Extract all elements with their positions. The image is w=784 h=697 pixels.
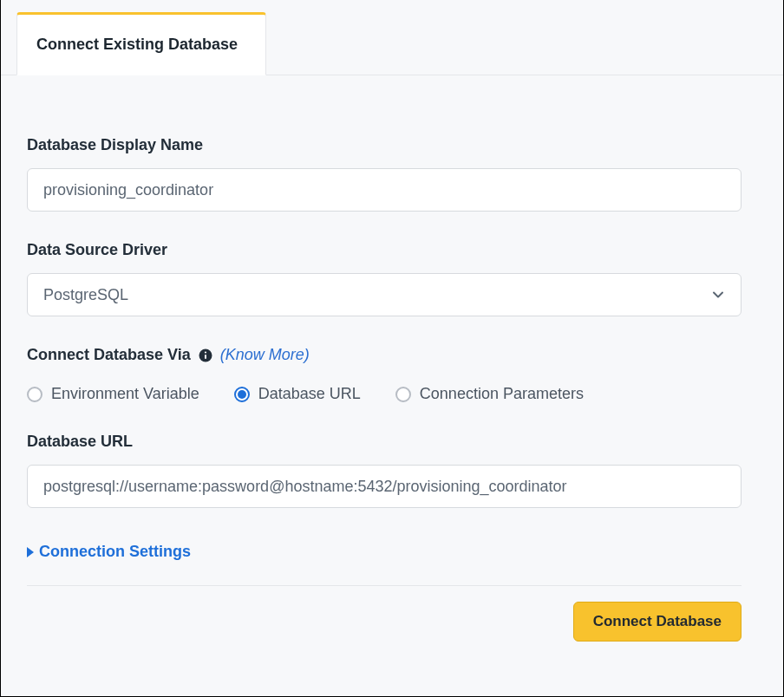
form-content: Database Display Name Data Source Driver… <box>1 75 783 642</box>
collapse-label: Connection Settings <box>39 543 191 561</box>
radio-label: Environment Variable <box>51 385 199 403</box>
database-url-label: Database URL <box>27 433 757 451</box>
svg-rect-1 <box>205 355 206 359</box>
form-footer: Connect Database <box>27 585 742 642</box>
know-more-link[interactable]: (Know More) <box>220 346 310 364</box>
caret-right-icon <box>27 547 34 557</box>
tab-connect-existing-database[interactable]: Connect Existing Database <box>16 12 266 75</box>
radio-dot-icon <box>395 387 411 402</box>
radio-label: Database URL <box>258 385 361 403</box>
tabs-row: Connect Existing Database <box>1 0 783 75</box>
info-icon[interactable] <box>198 348 213 363</box>
connect-via-label: Connect Database Via (Know More) <box>27 346 757 364</box>
chevron-down-icon <box>711 288 725 302</box>
driver-label: Data Source Driver <box>27 241 757 259</box>
display-name-label: Database Display Name <box>27 136 757 154</box>
svg-point-2 <box>205 351 206 353</box>
radio-database-url[interactable]: Database URL <box>234 385 361 403</box>
radio-label: Connection Parameters <box>420 385 584 403</box>
radio-environment-variable[interactable]: Environment Variable <box>27 385 199 403</box>
radio-dot-icon <box>234 387 250 402</box>
connect-via-radio-group: Environment Variable Database URL Connec… <box>27 385 757 403</box>
driver-select-value: PostgreSQL <box>43 286 128 304</box>
radio-dot-icon <box>27 387 42 402</box>
connection-settings-toggle[interactable]: Connection Settings <box>27 543 757 561</box>
connect-db-panel: Connect Existing Database Database Displ… <box>0 0 784 697</box>
connect-via-label-text: Connect Database Via <box>27 346 191 364</box>
display-name-input[interactable] <box>27 168 742 212</box>
connect-database-button[interactable]: Connect Database <box>573 602 742 642</box>
database-url-input[interactable] <box>27 465 742 508</box>
radio-connection-parameters[interactable]: Connection Parameters <box>395 385 584 403</box>
tab-label: Connect Existing Database <box>36 36 238 54</box>
driver-select[interactable]: PostgreSQL <box>27 273 742 316</box>
